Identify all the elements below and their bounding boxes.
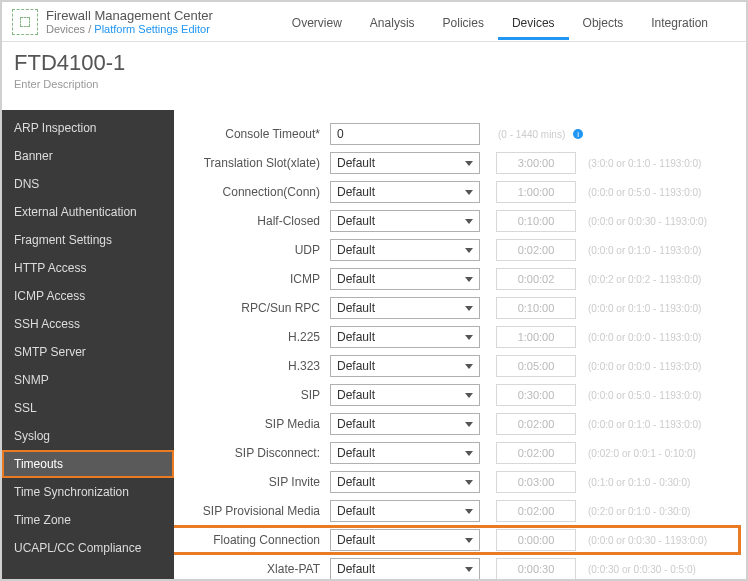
sidebar-item-arp-inspection[interactable]: ARP Inspection (2, 114, 174, 142)
select-sip-provisional-media[interactable]: Default (330, 500, 480, 522)
range-text: (0:1:0 or 0:1:0 - 0:30:0) (588, 477, 690, 488)
range-text: (0:0:30 or 0:0:30 - 0:5:0) (588, 564, 696, 575)
select-value: Default (337, 301, 375, 315)
sidebar-item-fragment-settings[interactable]: Fragment Settings (2, 226, 174, 254)
default-value-box: 0:02:00 (496, 500, 576, 522)
nav-item-devices[interactable]: Devices (498, 8, 569, 40)
info-icon[interactable]: i (573, 129, 583, 139)
main: ARP InspectionBannerDNSExternal Authenti… (2, 110, 746, 580)
nav-item-policies[interactable]: Policies (429, 8, 498, 40)
default-value-box: 0:00:02 (496, 268, 576, 290)
setting-row: Floating ConnectionDefault0:00:00(0:0:0 … (174, 528, 738, 552)
chevron-down-icon (465, 335, 473, 340)
chevron-down-icon (465, 219, 473, 224)
breadcrumb-link[interactable]: Platform Settings Editor (94, 23, 210, 35)
sidebar-item-smtp-server[interactable]: SMTP Server (2, 338, 174, 366)
default-value-box: 0:10:00 (496, 297, 576, 319)
sidebar-item-banner[interactable]: Banner (2, 142, 174, 170)
sidebar-item-snmp[interactable]: SNMP (2, 366, 174, 394)
select-value: Default (337, 214, 375, 228)
select-icmp[interactable]: Default (330, 268, 480, 290)
select-rpc-sun-rpc[interactable]: Default (330, 297, 480, 319)
select-sip-invite[interactable]: Default (330, 471, 480, 493)
row-label: H.323 (174, 359, 330, 373)
select-h-225[interactable]: Default (330, 326, 480, 348)
nav-item-overview[interactable]: Overview (278, 8, 356, 40)
setting-row: SIP Disconnect:Default0:02:00(0:02:0 or … (174, 441, 738, 465)
chevron-down-icon (465, 306, 473, 311)
select-sip-media[interactable]: Default (330, 413, 480, 435)
default-value-box: 0:05:00 (496, 355, 576, 377)
chevron-down-icon (465, 364, 473, 369)
row-label: ICMP (174, 272, 330, 286)
content: Console Timeout*(0 - 1440 mins)iTranslat… (174, 110, 746, 580)
select-translation-slot-xlate-[interactable]: Default (330, 152, 480, 174)
chevron-down-icon (465, 248, 473, 253)
select-floating-connection[interactable]: Default (330, 529, 480, 551)
row-label: SIP Disconnect: (174, 446, 330, 460)
sidebar-item-ssl[interactable]: SSL (2, 394, 174, 422)
setting-row: SIP MediaDefault0:02:00(0:0:0 or 0:1:0 -… (174, 412, 738, 436)
range-text: (0:0:0 or 0:0:0 - 1193:0:0) (588, 332, 701, 343)
sidebar-item-http-access[interactable]: HTTP Access (2, 254, 174, 282)
sidebar-item-time-zone[interactable]: Time Zone (2, 506, 174, 534)
range-text: (0:02:0 or 0:0:1 - 0:10:0) (588, 448, 696, 459)
range-text: (0:0:2 or 0:0:2 - 1193:0:0) (588, 274, 701, 285)
select-half-closed[interactable]: Default (330, 210, 480, 232)
select-xlate-pat[interactable]: Default (330, 558, 480, 580)
range-text: (0:0:0 or 0:5:0 - 1193:0:0) (588, 390, 701, 401)
sidebar: ARP InspectionBannerDNSExternal Authenti… (2, 110, 174, 580)
chevron-down-icon (465, 451, 473, 456)
nav-item-objects[interactable]: Objects (569, 8, 638, 40)
default-value-box: 0:10:00 (496, 210, 576, 232)
row-label: SIP Provisional Media (174, 504, 330, 518)
select-value: Default (337, 504, 375, 518)
default-value-box: 1:00:00 (496, 181, 576, 203)
subheader: FTD4100-1 Enter Description (2, 42, 746, 110)
default-value-box: 0:02:00 (496, 413, 576, 435)
device-description[interactable]: Enter Description (14, 78, 746, 90)
sidebar-item-ssh-access[interactable]: SSH Access (2, 310, 174, 338)
select-sip-disconnect-[interactable]: Default (330, 442, 480, 464)
range-text: (3:0:0 or 0:1:0 - 1193:0:0) (588, 158, 701, 169)
device-title: FTD4100-1 (14, 50, 746, 76)
range-text: (0:0:0 or 0:0:0 - 1193:0:0) (588, 361, 701, 372)
setting-row: SIPDefault0:30:00(0:0:0 or 0:5:0 - 1193:… (174, 383, 738, 407)
console-timeout-input[interactable] (330, 123, 480, 145)
sidebar-item-ucapl-cc-compliance[interactable]: UCAPL/CC Compliance (2, 534, 174, 562)
setting-row: Console Timeout*(0 - 1440 mins)i (174, 122, 738, 146)
select-connection-conn-[interactable]: Default (330, 181, 480, 203)
select-value: Default (337, 272, 375, 286)
row-label: SIP Media (174, 417, 330, 431)
select-udp[interactable]: Default (330, 239, 480, 261)
row-label: H.225 (174, 330, 330, 344)
default-value-box: 0:02:00 (496, 239, 576, 261)
logo-icon (12, 9, 38, 35)
sidebar-item-time-synchronization[interactable]: Time Synchronization (2, 478, 174, 506)
select-value: Default (337, 417, 375, 431)
range-text: (0:0:0 or 0:0:30 - 1193:0:0) (588, 535, 707, 546)
sidebar-item-syslog[interactable]: Syslog (2, 422, 174, 450)
default-value-box: 3:00:00 (496, 152, 576, 174)
nav-item-analysis[interactable]: Analysis (356, 8, 429, 40)
default-value-box: 0:00:00 (496, 529, 576, 551)
chevron-down-icon (465, 190, 473, 195)
select-value: Default (337, 330, 375, 344)
breadcrumb: Devices / Platform Settings Editor (46, 23, 213, 35)
select-value: Default (337, 156, 375, 170)
setting-row: ICMPDefault0:00:02(0:0:2 or 0:0:2 - 1193… (174, 267, 738, 291)
sidebar-item-timeouts[interactable]: Timeouts (2, 450, 174, 478)
row-label: Xlate-PAT (174, 562, 330, 576)
select-sip[interactable]: Default (330, 384, 480, 406)
nav-item-integration[interactable]: Integration (637, 8, 722, 40)
setting-row: Half-ClosedDefault0:10:00(0:0:0 or 0:0:3… (174, 209, 738, 233)
sidebar-item-external-authentication[interactable]: External Authentication (2, 198, 174, 226)
select-value: Default (337, 475, 375, 489)
select-h-323[interactable]: Default (330, 355, 480, 377)
default-value-box: 0:00:30 (496, 558, 576, 580)
sidebar-item-icmp-access[interactable]: ICMP Access (2, 282, 174, 310)
range-text: (0:0:0 or 0:5:0 - 1193:0:0) (588, 187, 701, 198)
hint-text: (0 - 1440 mins) (498, 129, 565, 140)
setting-row: Xlate-PATDefault0:00:30(0:0:30 or 0:0:30… (174, 557, 738, 580)
sidebar-item-dns[interactable]: DNS (2, 170, 174, 198)
